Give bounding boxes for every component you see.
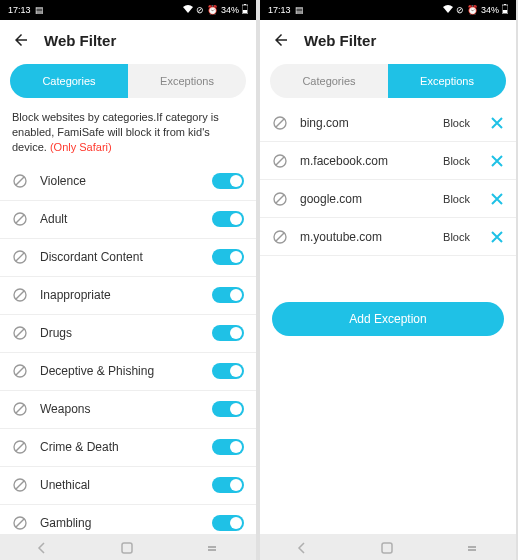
- safari-note: (Only Safari): [50, 141, 112, 153]
- svg-rect-2: [243, 10, 247, 13]
- category-toggle[interactable]: [212, 363, 244, 379]
- category-row: Unethical: [0, 467, 256, 505]
- do-not-disturb-icon: ⊘: [456, 5, 464, 15]
- svg-line-8: [16, 253, 24, 261]
- svg-line-22: [16, 519, 24, 527]
- block-icon: [272, 153, 288, 169]
- wifi-icon: [183, 5, 193, 15]
- delete-exception-icon[interactable]: [490, 230, 504, 244]
- tab-exceptions[interactable]: Exceptions: [388, 64, 506, 98]
- header: Web Filter: [260, 20, 516, 60]
- add-exception-button[interactable]: Add Exception: [272, 302, 504, 336]
- category-row: Weapons: [0, 391, 256, 429]
- exception-row: google.comBlock: [260, 180, 516, 218]
- svg-line-36: [276, 195, 284, 203]
- exception-row: bing.comBlock: [260, 104, 516, 142]
- category-toggle[interactable]: [212, 515, 244, 531]
- svg-line-14: [16, 367, 24, 375]
- category-row: Crime & Death: [0, 429, 256, 467]
- category-label: Inappropriate: [40, 288, 200, 302]
- exception-domain: m.youtube.com: [300, 230, 431, 244]
- battery-pct: 34%: [481, 5, 499, 15]
- nav-back-icon[interactable]: [36, 540, 50, 554]
- android-nav-bar: [260, 534, 516, 560]
- exception-action[interactable]: Block: [443, 117, 470, 129]
- svg-rect-25: [122, 543, 132, 553]
- svg-rect-27: [208, 549, 216, 551]
- category-label: Adult: [40, 212, 200, 226]
- alarm-icon: ⏰: [207, 5, 218, 15]
- svg-line-18: [16, 443, 24, 451]
- category-toggle[interactable]: [212, 325, 244, 341]
- nav-recent-icon[interactable]: [206, 540, 220, 554]
- page-title: Web Filter: [304, 32, 376, 49]
- exception-action[interactable]: Block: [443, 231, 470, 243]
- category-label: Discordant Content: [40, 250, 200, 264]
- svg-rect-40: [468, 546, 476, 548]
- back-arrow-icon[interactable]: [12, 31, 30, 49]
- category-row: Deceptive & Phishing: [0, 353, 256, 391]
- category-toggle[interactable]: [212, 439, 244, 455]
- category-label: Drugs: [40, 326, 200, 340]
- category-label: Violence: [40, 174, 200, 188]
- notification-icon: ▤: [295, 5, 304, 15]
- battery-icon: [242, 4, 248, 16]
- svg-line-34: [276, 157, 284, 165]
- categories-list: ViolenceAdultDiscordant ContentInappropr…: [0, 163, 256, 534]
- delete-exception-icon[interactable]: [490, 116, 504, 130]
- category-row: Gambling: [0, 505, 256, 534]
- back-arrow-icon[interactable]: [272, 31, 290, 49]
- alarm-icon: ⏰: [467, 5, 478, 15]
- exception-domain: m.facebook.com: [300, 154, 431, 168]
- svg-rect-1: [244, 4, 246, 5]
- svg-rect-41: [468, 549, 476, 551]
- status-bar: 17:13 ▤ ⊘ ⏰ 34%: [0, 0, 256, 20]
- category-toggle[interactable]: [212, 249, 244, 265]
- category-row: Violence: [0, 163, 256, 201]
- block-icon: [272, 191, 288, 207]
- category-toggle[interactable]: [212, 287, 244, 303]
- tabs: Categories Exceptions: [10, 64, 246, 98]
- nav-recent-icon[interactable]: [466, 540, 480, 554]
- phone-screen-exceptions: 17:13 ▤ ⊘ ⏰ 34% Web Filter Categories Ex…: [260, 0, 516, 560]
- svg-line-4: [16, 177, 24, 185]
- delete-exception-icon[interactable]: [490, 192, 504, 206]
- svg-line-16: [16, 405, 24, 413]
- block-icon: [12, 325, 28, 341]
- tab-categories[interactable]: Categories: [10, 64, 128, 98]
- status-time: 17:13: [8, 5, 31, 15]
- block-icon: [12, 287, 28, 303]
- svg-line-10: [16, 291, 24, 299]
- nav-home-icon[interactable]: [381, 540, 395, 554]
- delete-exception-icon[interactable]: [490, 154, 504, 168]
- category-label: Weapons: [40, 402, 200, 416]
- category-label: Deceptive & Phishing: [40, 364, 200, 378]
- exception-action[interactable]: Block: [443, 155, 470, 167]
- battery-icon: [502, 4, 508, 16]
- notification-icon: ▤: [35, 5, 44, 15]
- wifi-icon: [443, 5, 453, 15]
- block-icon: [12, 363, 28, 379]
- block-icon: [12, 477, 28, 493]
- phone-screen-categories: 17:13 ▤ ⊘ ⏰ 34% Web Filter Categories Ex…: [0, 0, 256, 560]
- svg-rect-39: [382, 543, 392, 553]
- category-row: Drugs: [0, 315, 256, 353]
- nav-back-icon[interactable]: [296, 540, 310, 554]
- exception-row: m.facebook.comBlock: [260, 142, 516, 180]
- tab-categories[interactable]: Categories: [270, 64, 388, 98]
- category-toggle[interactable]: [212, 173, 244, 189]
- exception-row: m.youtube.comBlock: [260, 218, 516, 256]
- nav-home-icon[interactable]: [121, 540, 135, 554]
- svg-line-12: [16, 329, 24, 337]
- page-title: Web Filter: [44, 32, 116, 49]
- tabs: Categories Exceptions: [270, 64, 506, 98]
- tab-exceptions[interactable]: Exceptions: [128, 64, 246, 98]
- category-toggle[interactable]: [212, 211, 244, 227]
- exception-action[interactable]: Block: [443, 193, 470, 205]
- category-toggle[interactable]: [212, 401, 244, 417]
- category-row: Discordant Content: [0, 239, 256, 277]
- svg-rect-29: [504, 4, 506, 5]
- block-icon: [272, 229, 288, 245]
- category-toggle[interactable]: [212, 477, 244, 493]
- header: Web Filter: [0, 20, 256, 60]
